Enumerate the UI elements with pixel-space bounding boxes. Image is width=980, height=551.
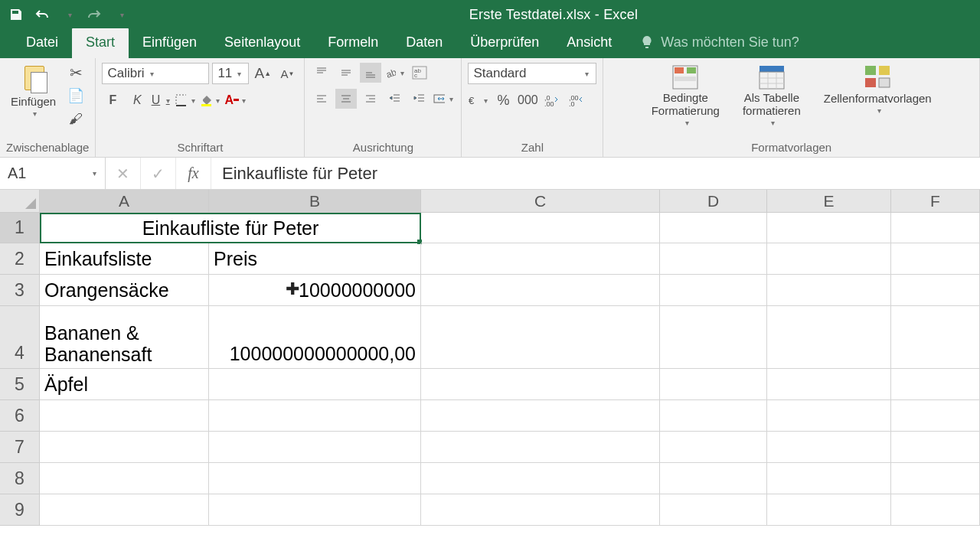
row-header-1[interactable]: 1 [0,213,40,243]
cell-b9[interactable] [209,494,421,526]
col-header-b[interactable]: B [209,190,421,213]
decrease-decimal-button[interactable]: ,00,0 [566,90,587,110]
align-bottom-button[interactable] [360,63,381,83]
cell-d8[interactable] [660,463,767,494]
increase-indent-button[interactable] [409,89,430,109]
save-button[interactable] [5,4,28,25]
cell-c4[interactable] [421,306,660,369]
row-header-8[interactable]: 8 [0,463,40,494]
tab-formeln[interactable]: Formeln [314,28,392,58]
cell-a1[interactable]: Einkaufliste für Peter [40,213,421,243]
cell-e6[interactable] [767,400,891,432]
font-color-button[interactable]: A▾ [224,90,246,110]
cell-e8[interactable] [767,463,891,494]
cell-b7[interactable] [209,432,421,463]
comma-button[interactable]: 000 [517,90,538,110]
cell-d7[interactable] [660,432,767,463]
cell-b2[interactable]: Preis [209,243,421,275]
cell-b4[interactable]: 100000000000000,00 [209,306,421,369]
cell-b3[interactable]: ✚ 10000000000 [209,275,421,306]
cell-c6[interactable] [421,400,660,432]
cell-a2[interactable]: Einkaufsliste [40,243,209,275]
name-box[interactable]: A1▾ [0,158,106,189]
col-header-d[interactable]: D [660,190,767,213]
row-header-9[interactable]: 9 [0,494,40,526]
format-painter-button[interactable] [65,109,87,129]
cell-d1[interactable] [660,213,767,243]
cell-d3[interactable] [660,275,767,306]
cell-b8[interactable] [209,463,421,494]
col-header-a[interactable]: A [40,190,209,213]
tab-daten[interactable]: Daten [392,28,456,58]
row-header-3[interactable]: 3 [0,275,40,306]
cell-e5[interactable] [767,369,891,400]
cell-f1[interactable] [891,213,980,243]
select-all-corner[interactable] [0,190,40,213]
decrease-indent-button[interactable] [384,89,406,109]
cell-b5[interactable] [209,369,421,400]
increase-decimal-button[interactable]: ,0,00 [541,90,563,110]
col-header-f[interactable]: F [891,190,980,213]
wrap-text-button[interactable]: abc [409,63,430,83]
cell-c7[interactable] [421,432,660,463]
cell-d4[interactable] [660,306,767,369]
col-header-c[interactable]: C [421,190,660,213]
tab-einfuegen[interactable]: Einfügen [129,28,211,58]
cell-f5[interactable] [891,369,980,400]
accounting-format-button[interactable]: €▾ [468,90,489,110]
format-as-table-button[interactable]: Als Tabelle formatieren▾ [738,63,805,129]
tellme-search[interactable]: Was möchten Sie tun? [641,34,799,58]
underline-button[interactable]: U▾ [151,90,172,110]
cell-f8[interactable] [891,463,980,494]
tab-datei[interactable]: Datei [12,28,72,58]
tab-ansicht[interactable]: Ansicht [553,28,626,58]
cell-e4[interactable] [767,306,891,369]
undo-dropdown[interactable]: ▾ [57,4,80,25]
insert-function-button[interactable]: fx [176,158,211,189]
merge-button[interactable]: ▾ [433,89,455,109]
tab-ueberpruefen[interactable]: Überprüfen [456,28,553,58]
cell-a5[interactable]: Äpfel [40,369,209,400]
cell-c5[interactable] [421,369,660,400]
cancel-formula-button[interactable]: ✕ [106,158,141,189]
row-header-6[interactable]: 6 [0,400,40,432]
redo-button[interactable] [83,4,106,25]
fill-color-button[interactable]: ▾ [200,90,221,110]
col-header-e[interactable]: E [767,190,891,213]
align-center-button[interactable] [335,89,357,109]
orientation-button[interactable]: ab▾ [384,63,406,83]
cell-a3[interactable]: Orangensäcke [40,275,209,306]
row-header-2[interactable]: 2 [0,243,40,275]
cut-button[interactable] [65,63,87,83]
borders-button[interactable]: ▾ [175,90,197,110]
cell-d5[interactable] [660,369,767,400]
enter-formula-button[interactable]: ✓ [141,158,176,189]
cell-f7[interactable] [891,432,980,463]
row-header-4[interactable]: 4 [0,306,40,369]
cell-c8[interactable] [421,463,660,494]
align-right-button[interactable] [360,89,381,109]
paste-button[interactable]: Einfügen ▾ [6,63,60,119]
undo-button[interactable] [31,4,54,25]
copy-button[interactable] [65,86,87,106]
align-middle-button[interactable] [335,63,357,83]
cell-e2[interactable] [767,243,891,275]
number-format-combo[interactable]: Standard▾ [468,63,596,84]
cell-b6[interactable] [209,400,421,432]
cell-d6[interactable] [660,400,767,432]
percent-button[interactable]: % [492,90,514,110]
cell-f9[interactable] [891,494,980,526]
cell-f4[interactable] [891,306,980,369]
cell-e9[interactable] [767,494,891,526]
cell-c3[interactable] [421,275,660,306]
font-size-combo[interactable]: 11▾ [212,63,249,84]
cell-c1[interactable] [421,213,660,243]
cell-a9[interactable] [40,494,209,526]
font-name-combo[interactable]: Calibri▾ [102,63,209,84]
cell-a8[interactable] [40,463,209,494]
cell-d9[interactable] [660,494,767,526]
cell-e3[interactable] [767,275,891,306]
align-left-button[interactable] [311,89,332,109]
bold-button[interactable]: F [102,90,123,110]
cell-e7[interactable] [767,432,891,463]
